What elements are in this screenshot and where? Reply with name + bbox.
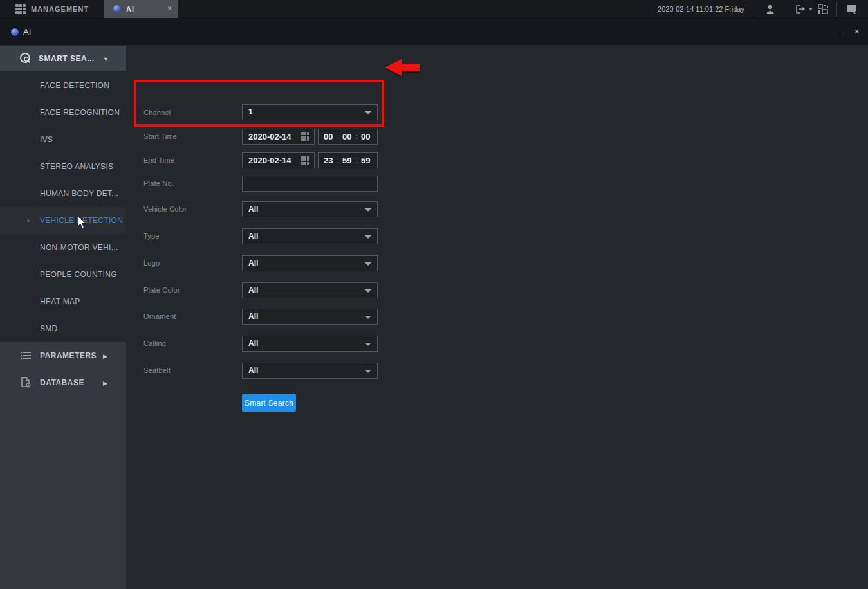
sidebar-item-face-recognition[interactable]: FACE RECOGNITION <box>0 99 126 126</box>
sidebar-header-smart-search[interactable]: SMART SEA... ▼ <box>0 46 126 71</box>
tab-management[interactable]: MANAGEMENT <box>31 0 89 18</box>
plate-color-value: All <box>248 283 258 298</box>
type-dropdown[interactable]: All <box>242 228 378 244</box>
ornament-dropdown[interactable]: All <box>242 309 378 325</box>
sidebar: SMART SEA... ▼ FACE DETECTION FACE RECOG… <box>0 45 126 589</box>
sidebar-item-face-detection[interactable]: FACE DETECTION <box>0 72 126 99</box>
minimize-icon[interactable]: – <box>836 18 841 45</box>
seatbelt-dropdown[interactable]: All <box>242 363 378 379</box>
sidebar-item-label: VEHICLE DETECTION <box>40 216 123 225</box>
start-date-value: 2020-02-14 <box>248 129 291 144</box>
time-colon: : <box>356 153 358 168</box>
end-second[interactable]: 59 <box>361 153 370 168</box>
datetime-display: 2020-02-14 11:01:22 Friday <box>658 0 744 18</box>
logo-value: All <box>248 256 258 271</box>
topbar-divider <box>836 1 837 17</box>
time-colon: : <box>356 129 358 144</box>
ornament-value: All <box>248 309 258 324</box>
sidebar-lower-section: PARAMETERS ▶ DATABASE ▶ <box>0 342 126 589</box>
tab-close-icon[interactable]: × <box>167 0 172 18</box>
vehicle-detection-search-panel: Channel 1 Start Time 2020-02-14 00 : 00 … <box>126 45 868 589</box>
calling-value: All <box>248 336 258 351</box>
channel-value: 1 <box>248 105 253 120</box>
chevron-down-icon <box>365 370 371 373</box>
calling-label: Calling <box>143 340 166 347</box>
ai-globe-icon <box>11 28 19 36</box>
apps-grid-icon[interactable] <box>15 4 26 14</box>
type-value: All <box>248 229 258 244</box>
sidebar-section-parameters[interactable]: PARAMETERS ▶ <box>0 342 126 369</box>
chevron-down-icon <box>365 262 371 266</box>
plate-color-dropdown[interactable]: All <box>242 282 378 298</box>
display-icon[interactable] <box>845 3 858 15</box>
sidebar-section-label: PARAMETERS <box>40 342 97 369</box>
tab-ai-label: AI <box>126 0 134 18</box>
logout-caret-icon[interactable]: ▼ <box>808 0 813 18</box>
calendar-icon[interactable] <box>301 156 309 165</box>
window-title-bar: AI – × <box>0 18 868 45</box>
plate-color-label: Plate Color <box>143 286 180 294</box>
qr-code-icon[interactable] <box>817 3 830 15</box>
start-time-label: Start Time <box>143 132 177 140</box>
ai-globe-icon <box>113 5 120 12</box>
vehicle-color-value: All <box>248 202 258 217</box>
tab-ai[interactable]: AI × <box>104 0 178 18</box>
logo-dropdown[interactable]: All <box>242 255 378 271</box>
database-file-icon <box>20 377 32 388</box>
list-icon <box>20 350 32 361</box>
end-date-field[interactable]: 2020-02-14 <box>242 152 315 168</box>
plate-no-input[interactable] <box>242 176 378 192</box>
top-bar: MANAGEMENT AI × 2020-02-14 11:01:22 Frid… <box>0 0 868 18</box>
seatbelt-value: All <box>248 363 258 378</box>
end-date-value: 2020-02-14 <box>248 153 291 168</box>
chevron-down-icon <box>365 289 371 293</box>
end-minute[interactable]: 59 <box>342 153 351 168</box>
start-minute[interactable]: 00 <box>342 129 351 144</box>
sidebar-header-label: SMART SEA... <box>39 46 95 71</box>
chevron-right-icon: › <box>27 207 30 234</box>
start-time-field[interactable]: 00 : 00 : 00 <box>318 129 378 145</box>
calendar-icon[interactable] <box>301 132 309 141</box>
chevron-down-icon <box>365 235 371 239</box>
close-icon[interactable]: × <box>854 18 860 45</box>
chevron-down-icon <box>365 111 371 114</box>
chevron-down-icon <box>365 316 371 319</box>
end-hour[interactable]: 23 <box>324 153 333 168</box>
channel-label: Channel <box>143 109 171 116</box>
start-date-field[interactable]: 2020-02-14 <box>242 129 315 145</box>
chevron-right-icon: ▶ <box>103 343 107 370</box>
time-colon: : <box>337 153 339 168</box>
logo-label: Logo <box>143 259 160 267</box>
chevron-right-icon: ▶ <box>103 370 107 397</box>
sidebar-item-vehicle-detection[interactable]: › VEHICLE DETECTION <box>0 207 126 234</box>
sidebar-item-smd[interactable]: SMD <box>0 315 126 342</box>
seatbelt-label: Seatbelt <box>143 367 171 374</box>
smart-search-button[interactable]: Smart Search <box>242 394 296 412</box>
sidebar-item-heat-map[interactable]: HEAT MAP <box>0 288 126 315</box>
vehicle-color-dropdown[interactable]: All <box>242 201 378 217</box>
logout-icon[interactable] <box>794 3 807 15</box>
ornament-label: Ornament <box>143 313 176 320</box>
chevron-down-icon: ▼ <box>103 46 109 71</box>
vehicle-color-label: Vehicle Color <box>143 205 187 213</box>
start-hour[interactable]: 00 <box>324 129 333 144</box>
time-colon: : <box>337 129 339 144</box>
sidebar-item-ivs[interactable]: IVS <box>0 126 126 153</box>
window-title: AI <box>23 18 31 45</box>
channel-dropdown[interactable]: 1 <box>242 104 378 120</box>
sidebar-item-non-motor-vehicle[interactable]: NON-MOTOR VEHI... <box>0 234 126 261</box>
topbar-divider <box>753 1 753 17</box>
type-label: Type <box>143 232 160 240</box>
plate-no-label: Plate No. <box>143 179 174 187</box>
user-icon[interactable] <box>764 3 777 15</box>
end-time-label: End Time <box>143 156 174 164</box>
sidebar-menu: FACE DETECTION FACE RECOGNITION IVS STER… <box>0 72 126 342</box>
sidebar-item-human-body-detection[interactable]: HUMAN BODY DET... <box>0 180 126 207</box>
start-second[interactable]: 00 <box>361 129 370 144</box>
sidebar-section-label: DATABASE <box>40 369 84 396</box>
sidebar-section-database[interactable]: DATABASE ▶ <box>0 369 126 396</box>
calling-dropdown[interactable]: All <box>242 336 378 352</box>
end-time-field[interactable]: 23 : 59 : 59 <box>318 152 378 168</box>
sidebar-item-stereo-analysis[interactable]: STEREO ANALYSIS <box>0 153 126 180</box>
sidebar-item-people-counting[interactable]: PEOPLE COUNTING <box>0 261 126 288</box>
